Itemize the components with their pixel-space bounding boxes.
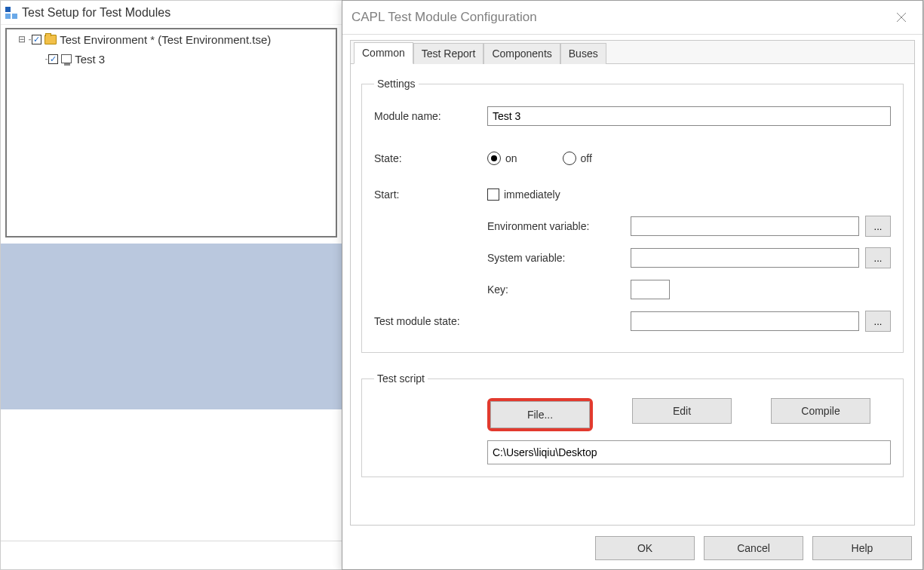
script-path-input[interactable] bbox=[487, 440, 891, 464]
tab-test-report[interactable]: Test Report bbox=[413, 43, 484, 64]
key-label: Key: bbox=[487, 283, 631, 296]
app-icon bbox=[5, 7, 17, 19]
dialog-title: CAPL Test Module Configuration bbox=[351, 10, 889, 25]
immediately-checkbox[interactable] bbox=[487, 188, 499, 201]
state-on-label: on bbox=[505, 152, 517, 164]
cancel-button[interactable]: Cancel bbox=[704, 536, 803, 560]
test-script-group: Test script File... Edit Compile bbox=[361, 372, 904, 477]
help-button[interactable]: Help bbox=[812, 536, 912, 560]
checkbox-icon[interactable]: ✓ bbox=[48, 54, 58, 64]
state-off-label: off bbox=[581, 152, 592, 164]
sys-var-browse-button[interactable]: ... bbox=[865, 247, 891, 268]
test-script-legend: Test script bbox=[374, 372, 428, 385]
immediately-label: immediately bbox=[504, 188, 560, 201]
settings-group: Settings Module name: State: on off Star… bbox=[361, 78, 904, 353]
compile-button[interactable]: Compile bbox=[771, 398, 870, 424]
env-var-browse-button[interactable]: ... bbox=[865, 216, 891, 237]
tree-root-label: Test Environment * (Test Environment.tse… bbox=[60, 33, 271, 46]
state-off-radio[interactable] bbox=[563, 152, 576, 165]
tab-common[interactable]: Common bbox=[354, 42, 413, 64]
bg-title: Test Setup for Test Modules bbox=[22, 6, 170, 20]
tree-child[interactable]: ··· ✓ Test 3 bbox=[7, 49, 336, 69]
env-var-label: Environment variable: bbox=[487, 220, 631, 232]
file-button-highlight: File... bbox=[487, 398, 593, 431]
close-icon bbox=[896, 12, 907, 23]
tms-input[interactable] bbox=[631, 311, 859, 331]
tree-root[interactable]: ⊟ ··· ✓ Test Environment * (Test Environ… bbox=[7, 29, 336, 49]
tab-bar: Common Test Report Components Buses bbox=[351, 41, 914, 63]
edit-button[interactable]: Edit bbox=[632, 398, 732, 424]
expander-icon[interactable]: ⊟ bbox=[17, 34, 26, 44]
dialog-titlebar: CAPL Test Module Configuration bbox=[342, 1, 922, 35]
module-name-label: Module name: bbox=[374, 110, 487, 122]
tms-label: Test module state: bbox=[374, 315, 487, 327]
tree-child-label: Test 3 bbox=[75, 53, 105, 66]
dialog-body: Common Test Report Components Buses Sett… bbox=[350, 40, 915, 526]
module-name-input[interactable] bbox=[487, 106, 891, 126]
dialog-footer: OK Cancel Help bbox=[342, 527, 922, 569]
tab-buses[interactable]: Buses bbox=[560, 43, 606, 64]
tab-components[interactable]: Components bbox=[483, 43, 560, 64]
sys-var-input[interactable] bbox=[631, 248, 859, 268]
test-tree[interactable]: ⊟ ··· ✓ Test Environment * (Test Environ… bbox=[5, 28, 337, 238]
tms-browse-button[interactable]: ... bbox=[865, 311, 891, 332]
start-label: Start: bbox=[374, 188, 487, 201]
close-button[interactable] bbox=[889, 5, 913, 29]
module-icon bbox=[61, 54, 72, 63]
tab-common-content: Settings Module name: State: on off Star… bbox=[351, 63, 914, 525]
state-on-radio[interactable] bbox=[487, 152, 501, 165]
file-button[interactable]: File... bbox=[490, 401, 590, 428]
capl-config-dialog: CAPL Test Module Configuration Common Te… bbox=[342, 0, 923, 570]
checkbox-icon[interactable]: ✓ bbox=[32, 35, 41, 44]
ok-button[interactable]: OK bbox=[595, 536, 695, 560]
settings-legend: Settings bbox=[374, 78, 419, 90]
sys-var-label: System variable: bbox=[487, 252, 631, 264]
folder-icon bbox=[45, 35, 57, 44]
key-input[interactable] bbox=[631, 280, 670, 299]
state-label: State: bbox=[374, 152, 487, 164]
env-var-input[interactable] bbox=[631, 216, 859, 236]
